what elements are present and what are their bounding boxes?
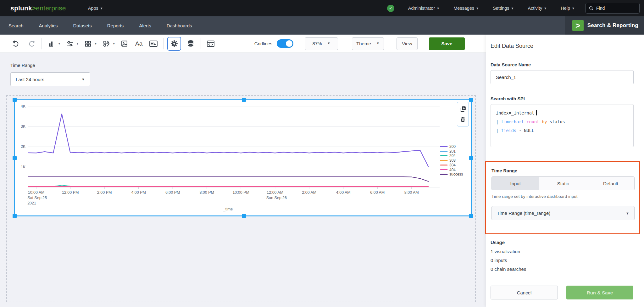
usage-lines: 1 visualization0 inputs0 chain searches (491, 247, 526, 274)
clone-widget-button[interactable] (459, 105, 467, 113)
run-save-button[interactable]: Run & Save (566, 286, 633, 299)
nav-item-reports[interactable]: Reports (107, 23, 124, 28)
layout-grid-caret[interactable]: ▼ (94, 42, 97, 45)
resize-handle-se[interactable] (469, 214, 473, 218)
status-ok-icon: ✓ (387, 5, 394, 12)
series-line-200 (28, 114, 429, 167)
delete-widget-button[interactable] (459, 115, 467, 124)
legend-label-201[interactable]: 201 (449, 149, 456, 154)
x-axis-date-label: Sun Sep 26 (266, 196, 287, 200)
x-axis-tick-label: 12:00 AM (267, 190, 283, 195)
chevron-down-icon: ▼ (511, 7, 514, 10)
usage-line: 0 inputs (491, 256, 526, 265)
menu-messages[interactable]: Messages▼ (447, 6, 486, 11)
usage-line: 1 visualization (491, 247, 526, 256)
x-axis-tick-label: 4:00 PM (131, 190, 146, 195)
data-source-name-label: Data Source Name (491, 62, 531, 67)
usage-line: 0 chain searches (491, 265, 526, 274)
theme-label: Theme (356, 41, 371, 46)
spl-code-editor[interactable]: index=_internal| timechart count by stat… (491, 104, 634, 147)
x-axis-date-label: Sat Sep 25 (27, 196, 47, 200)
menu-settings[interactable]: Settings▼ (486, 6, 521, 11)
time-range-dropdown-value: Time Range (time_range) (497, 210, 550, 216)
nav-item-dashboards[interactable]: Dashboards (167, 23, 192, 28)
save-button[interactable]: Save (429, 37, 465, 50)
data-source-name-input[interactable] (491, 70, 634, 84)
add-shape-caret[interactable]: ▼ (113, 42, 115, 45)
resize-handle-nw[interactable] (13, 98, 17, 102)
gridlines-toggle[interactable] (277, 39, 293, 48)
menu-administrator[interactable]: Administrator▼ (401, 6, 447, 11)
add-chart-button[interactable] (46, 38, 58, 50)
spl-code-line: index=_internal (496, 109, 628, 117)
time-range-helper-text: Time range set by interactive dashboard … (491, 194, 577, 199)
redo-button[interactable] (26, 38, 38, 50)
x-axis-tick-label: 2:00 AM (302, 190, 316, 195)
resize-handle-e[interactable] (469, 156, 473, 160)
canvas-time-range-dropdown[interactable]: Last 24 hours ▼ (10, 72, 90, 86)
undo-button[interactable] (9, 38, 21, 50)
configuration-panel-button[interactable] (167, 37, 181, 51)
time-range-input-dropdown[interactable]: Time Range (time_range) ▼ (491, 206, 635, 220)
resize-handle-n[interactable] (242, 98, 246, 102)
divider (486, 55, 644, 55)
find-input[interactable] (596, 6, 631, 11)
zoom-select[interactable]: 87%▼ (305, 37, 338, 50)
y-axis-tick-label: 3K (21, 124, 25, 129)
apps-menu-label: Apps (88, 6, 98, 11)
x-axis-tick-label: 6:00 AM (370, 190, 385, 195)
legend-label-204[interactable]: 204 (449, 154, 456, 158)
logo-product: enterprise (36, 4, 66, 12)
data-sources-button[interactable] (185, 38, 197, 50)
apps-menu[interactable]: Apps▼ (88, 6, 103, 11)
add-shape-button[interactable] (100, 38, 112, 50)
find-search-box[interactable] (586, 3, 640, 14)
selected-chart-widget[interactable]: 1K2K3K4K10:00 AMSat Sep 25202112:00 PM2:… (14, 99, 472, 216)
chevron-down-icon: ▼ (81, 77, 85, 81)
chevron-down-icon: ▼ (626, 211, 629, 215)
splunk-logo[interactable]: splunk>enterprise (10, 4, 66, 12)
legend-label-success[interactable]: success (449, 172, 463, 176)
time-range-section-highlight: Time Range InputStaticDefault Time range… (485, 161, 640, 234)
time-range-tab-input[interactable]: Input (492, 177, 539, 190)
nav-item-alerts[interactable]: Alerts (139, 23, 151, 28)
resize-handle-ne[interactable] (469, 98, 473, 102)
resize-handle-s[interactable] (242, 214, 246, 218)
menu-help[interactable]: Help▼ (554, 6, 582, 11)
nav-item-search[interactable]: Search (8, 23, 24, 28)
x-axis-tick-label: 6:00 PM (165, 190, 180, 195)
view-button[interactable]: View (397, 37, 418, 50)
theme-select[interactable]: Theme▼ (352, 37, 384, 50)
add-input-button[interactable] (64, 38, 76, 50)
legend-label-200[interactable]: 200 (449, 144, 456, 149)
spl-label: Search with SPL (491, 96, 526, 101)
canvas-time-range-label: Time Range (10, 63, 35, 68)
legend-label-404[interactable]: 404 (449, 168, 456, 172)
resize-handle-w[interactable] (13, 156, 17, 160)
current-app[interactable]: > Search & Reporting (565, 16, 644, 35)
nav-item-datasets[interactable]: Datasets (73, 23, 92, 28)
nav-item-analytics[interactable]: Analytics (39, 23, 58, 28)
add-markdown-button[interactable] (147, 38, 159, 50)
add-text-button[interactable]: Aa (133, 38, 145, 50)
code-icon (207, 40, 215, 47)
text-cursor (536, 110, 537, 115)
time-range-label: Time Range (491, 168, 517, 173)
edit-data-source-panel: Edit Data Source Data Source Name Search… (486, 35, 644, 307)
legend-label-303[interactable]: 303 (449, 158, 456, 163)
resize-handle-sw[interactable] (13, 214, 17, 218)
add-input-caret[interactable]: ▼ (76, 42, 79, 45)
source-code-button[interactable] (205, 38, 217, 50)
x-axis-tick-label: 2:00 PM (97, 190, 112, 195)
add-image-button[interactable] (119, 38, 130, 50)
topbar-menus: Administrator▼Messages▼Settings▼Activity… (401, 6, 582, 11)
add-chart-caret[interactable]: ▼ (58, 42, 61, 45)
menu-activity[interactable]: Activity▼ (521, 6, 554, 11)
time-range-tab-static[interactable]: Static (539, 177, 587, 190)
app-name: Search & Reporting (587, 22, 638, 29)
cancel-button[interactable]: Cancel (491, 286, 558, 299)
time-range-tab-default[interactable]: Default (587, 177, 634, 190)
legend-label-304[interactable]: 304 (449, 163, 456, 167)
layout-grid-button[interactable] (82, 38, 94, 50)
chevron-down-icon: ▼ (544, 7, 547, 10)
